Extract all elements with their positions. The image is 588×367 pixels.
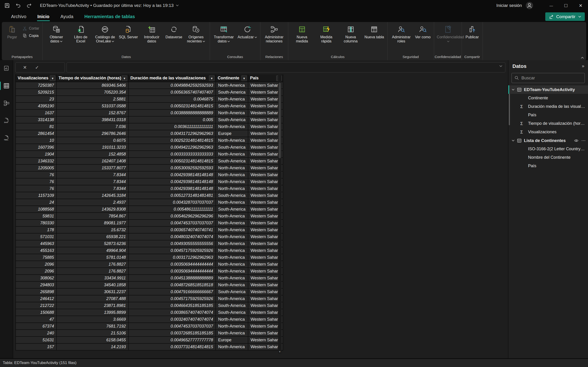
cell-tiempo-de-visualizacion[interactable]: 21.5106 — [57, 330, 129, 337]
actualizar-button[interactable]: Actualizar — [236, 24, 258, 40]
cell-continente[interactable]: North-America — [216, 213, 248, 220]
column-header-tiempo-de-visualizacion[interactable]: Tiempo de visualización (horas) — [57, 74, 129, 82]
cell-tiempo-de-visualizacion[interactable]: 34540.1858 — [57, 282, 129, 289]
filter-dropdown-icon[interactable] — [242, 75, 247, 81]
cell-pais[interactable]: Western Sahara — [248, 337, 283, 344]
cell-visualizaciones[interactable]: 47 — [15, 316, 57, 323]
ribbon-collapse-icon[interactable] — [581, 57, 584, 59]
cell-tiempo-de-visualizacion[interactable]: 7854.867 — [57, 213, 129, 220]
undo-icon[interactable] — [15, 2, 22, 9]
cell-pais[interactable]: Western Sahara — [248, 185, 283, 192]
cell-tiempo-de-visualizacion[interactable]: 705220.354 — [57, 89, 129, 96]
cell-duracion-media[interactable]: 0.00431712962962963 — [129, 130, 216, 137]
cell-continente[interactable]: North-America — [216, 137, 248, 144]
cell-visualizaciones[interactable]: 7250387 — [15, 82, 57, 89]
publicar-button[interactable]: Publicar — [464, 24, 481, 40]
cell-tiempo-de-visualizacion[interactable]: 162407.1408 — [57, 158, 129, 165]
cell-visualizaciones[interactable]: 76 — [15, 178, 57, 185]
model-view-button[interactable] — [0, 99, 13, 108]
cell-duracion-media[interactable]: 0.00361111111111111 — [129, 123, 216, 130]
cell-continente[interactable]: North-America — [216, 199, 248, 206]
introducir-datos-button[interactable]: Introducir datos — [140, 24, 164, 44]
cell-duracion-media[interactable]: 0.00546296296296296 — [129, 213, 216, 220]
cell-pais[interactable]: Western Sahara — [248, 261, 283, 268]
cell-tiempo-de-visualizacion[interactable]: 7.036 — [57, 123, 129, 130]
cell-tiempo-de-visualizacion[interactable]: 7.8344 — [57, 185, 129, 192]
field-item-iso-3166-2-2-letter-country-c[interactable]: ISO-3166-2(2 Letter Country C... — [508, 145, 588, 153]
cell-visualizaciones[interactable]: 265898 — [15, 289, 57, 295]
tab-archivo[interactable]: Archivo — [6, 11, 32, 22]
cell-duracion-media[interactable]: 0.00429398148148148 — [129, 172, 216, 178]
cell-pais[interactable]: Western Sahara — [248, 220, 283, 227]
cell-duracion-media[interactable]: 0.0031712962962963 — [129, 254, 216, 261]
table-view-button[interactable] — [0, 81, 13, 90]
cell-tiempo-de-visualizacion[interactable]: 3.6669 — [57, 316, 129, 323]
cell-pais[interactable]: Western Sahara — [248, 323, 283, 330]
field-item-visualizaciones[interactable]: ΣVisualizaciones — [508, 128, 588, 136]
cell-pais[interactable]: Western Sahara — [248, 330, 283, 337]
cell-continente[interactable]: North-America — [216, 254, 248, 261]
cell-duracion-media[interactable]: 0.00487268518518518 — [129, 282, 216, 289]
cell-continente[interactable]: North-America — [216, 220, 248, 227]
cell-visualizaciones[interactable]: 455163 — [15, 247, 57, 254]
maximize-button[interactable] — [559, 0, 573, 11]
minimize-button[interactable] — [544, 0, 559, 11]
cell-pais[interactable]: Western Sahara — [248, 295, 283, 302]
cell-duracion-media[interactable]: 0.00429398148148148 — [129, 185, 216, 192]
cell-pais[interactable]: Western Sahara — [248, 206, 283, 213]
cell-tiempo-de-visualizacion[interactable]: 23871.8981 — [57, 302, 129, 309]
cell-tiempo-de-visualizacion[interactable]: 2.4937 — [57, 199, 129, 206]
nueva-tabla-button[interactable]: Nueva tabla — [363, 24, 385, 40]
sql-server-button[interactable]: SQL Server — [117, 24, 139, 40]
tab-inicio[interactable]: Inicio — [32, 11, 55, 22]
cell-duracion-media[interactable]: 0.00324074074074074 — [129, 316, 216, 323]
cell-duracion-media[interactable]: 0.00457175925925926 — [129, 295, 216, 302]
cell-duracion-media[interactable]: 0.00474537037037037 — [129, 220, 216, 227]
filter-dropdown-icon[interactable] — [122, 75, 127, 81]
cell-duracion-media[interactable]: 0.00479166666666667 — [129, 289, 216, 295]
cell-visualizaciones[interactable]: 4395190 — [15, 103, 57, 110]
cell-duracion-media[interactable]: 0.00252314814814815 — [129, 137, 216, 144]
sign-in-button[interactable]: Iniciar sesión — [496, 3, 522, 8]
cell-pais[interactable]: Western Sahara — [248, 82, 283, 89]
cell-pais[interactable]: Western Sahara — [248, 309, 283, 316]
cell-visualizaciones[interactable]: 24 — [15, 199, 57, 206]
formula-input[interactable] — [67, 62, 505, 73]
cell-pais[interactable]: Western Sahara — [248, 254, 283, 261]
cell-duracion-media[interactable]: 0.00548611111111111 — [129, 206, 216, 213]
cell-tiempo-de-visualizacion[interactable]: 7681.7192 — [57, 323, 129, 330]
administrar-relaciones-button[interactable]: Administrar relaciones — [262, 24, 286, 44]
cell-visualizaciones[interactable]: 2096 — [15, 261, 57, 268]
cell-visualizaciones[interactable]: 178 — [15, 227, 57, 234]
cell-duracion-media[interactable]: 0.0043287037037037 — [129, 199, 216, 206]
cell-pais[interactable]: Western Sahara — [248, 282, 283, 289]
cell-visualizaciones[interactable]: 67374 — [15, 323, 57, 330]
cell-visualizaciones[interactable]: 1157109 — [15, 192, 57, 199]
cell-continente[interactable]: South-America — [216, 103, 248, 110]
column-header-duracion-media[interactable]: Duración media de las visualizaciones — [129, 74, 216, 82]
redo-icon[interactable] — [26, 2, 33, 9]
cell-continente[interactable]: North-America — [216, 295, 248, 302]
cell-pais[interactable]: Western Sahara — [248, 178, 283, 185]
cell-pais[interactable]: Western Sahara — [248, 165, 283, 172]
cell-visualizaciones[interactable]: 212722 — [15, 302, 57, 309]
cell-tiempo-de-visualizacion[interactable]: 191011.3233 — [57, 144, 129, 151]
cell-visualizaciones[interactable]: 1637 — [15, 110, 57, 117]
cell-tiempo-de-visualizacion[interactable]: 27087.488 — [57, 295, 129, 302]
formula-cancel-icon[interactable] — [23, 65, 27, 70]
field-item-duracion-media-de-las-visualiz[interactable]: ΣDuración media de las visualiz... — [508, 102, 588, 111]
administrar-roles-button[interactable]: Administrar roles — [389, 24, 413, 44]
cell-tiempo-de-visualizacion[interactable]: 869346.5406 — [57, 82, 129, 89]
collapse-pane-icon[interactable] — [582, 63, 584, 69]
cell-continente[interactable]: South-America — [216, 192, 248, 199]
cell-duracion-media[interactable]: 0.00502314814814815 — [129, 158, 216, 165]
cell-tiempo-de-visualizacion[interactable]: 398431.0318 — [57, 117, 129, 123]
cell-continente[interactable]: North-America — [216, 185, 248, 192]
cell-continente[interactable]: North-America — [216, 110, 248, 117]
cell-duracion-media[interactable]: 0.00451388888888889 — [129, 275, 216, 282]
field-item-pais[interactable]: País — [508, 162, 588, 170]
cell-visualizaciones[interactable]: 240 — [15, 330, 57, 337]
cell-visualizaciones[interactable]: 3314138 — [15, 117, 57, 123]
origenes-recientes-button[interactable]: Orígenes recientes — [184, 24, 208, 44]
cell-duracion-media[interactable]: 0.00350694444444444 — [129, 261, 216, 268]
